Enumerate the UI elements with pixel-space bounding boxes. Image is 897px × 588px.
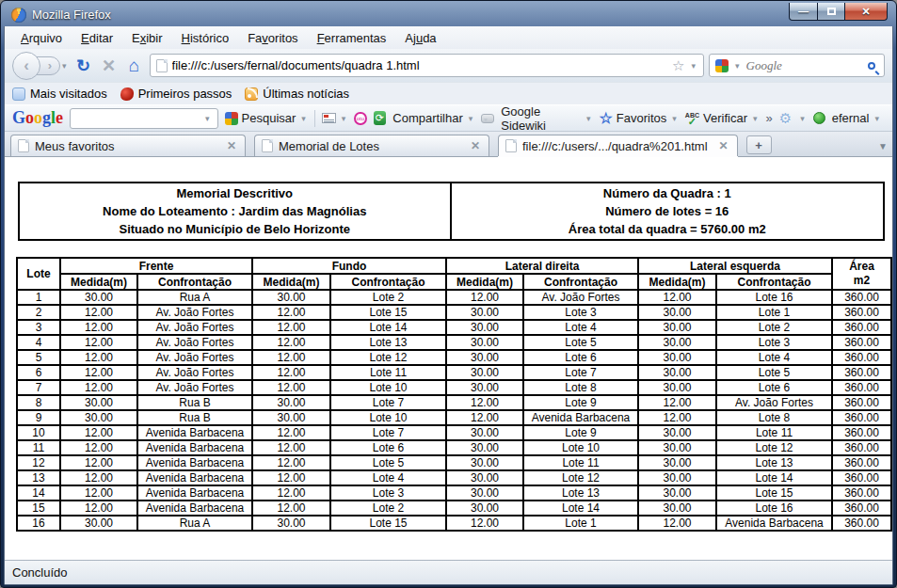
search-magnifier-icon[interactable] — [868, 62, 875, 70]
user-menu[interactable]: efernal ▾ — [832, 111, 881, 125]
history-dropdown-icon[interactable]: ▾ — [60, 61, 69, 71]
orkut-icon[interactable]: otu — [354, 112, 366, 125]
search-engine-dropdown-icon[interactable]: ▾ — [733, 61, 742, 71]
favoritos-star-icon: ☆ — [599, 109, 612, 127]
tab-close-icon[interactable]: ✕ — [225, 139, 238, 152]
table-cell: Lote 4 — [716, 350, 832, 365]
sync-icon[interactable]: ⟳ — [374, 111, 387, 125]
table-cell: 30.00 — [638, 440, 716, 455]
table-cell: 12.00 — [60, 425, 137, 440]
status-dot-icon[interactable] — [813, 112, 825, 124]
table-row: 130.00Rua A30.00Lote 212.00Av. João Fort… — [17, 290, 891, 305]
verificar-button[interactable]: ABC ✓ Verificar ▾ — [685, 111, 760, 125]
back-button[interactable]: ‹ — [12, 52, 40, 80]
memorial-header-table: Memorial Descritivo Nome do Loteamento :… — [18, 182, 885, 241]
search-bar[interactable]: ▾ — [709, 54, 885, 77]
sidewiki-bubble-icon[interactable] — [481, 114, 494, 123]
table-row: 1630.00Rua A30.00Lote 1512.00Lote 112.00… — [17, 516, 891, 531]
table-cell: Avenida Barbacena — [716, 516, 832, 531]
news-button[interactable]: ▾ — [322, 113, 348, 123]
search-input[interactable] — [746, 58, 863, 73]
menu-item[interactable]: Histórico — [173, 29, 238, 47]
table-cell: 30.00 — [638, 365, 716, 380]
menu-item[interactable]: Exibir — [123, 29, 171, 47]
verificar-dropdown-icon[interactable]: ▾ — [751, 114, 760, 123]
tab-meus-favoritos[interactable]: Meus favoritos ✕ — [10, 135, 246, 156]
gsearch-dropdown-icon[interactable]: ▾ — [203, 114, 212, 123]
table-cell: 360.00 — [832, 410, 891, 425]
table-cell: Avenida Barbacena — [523, 410, 638, 425]
compartilhar-button[interactable]: Compartilhar ▾ — [392, 111, 474, 125]
maximize-button[interactable] — [818, 3, 845, 21]
pesquisar-button[interactable]: Pesquisar ▾ — [225, 111, 308, 125]
menu-item[interactable]: Favoritos — [239, 29, 306, 47]
menu-item[interactable]: Ferramentas — [309, 29, 395, 47]
new-tab-button[interactable]: + — [746, 135, 772, 154]
table-cell: 4 — [17, 335, 60, 350]
tab-list-dropdown-icon[interactable]: ▼ — [878, 141, 888, 151]
table-cell: Lote 16 — [716, 290, 832, 305]
url-dropdown-icon[interactable]: ▾ — [689, 61, 697, 71]
url-text[interactable]: file:///c:/users/fernal/documents/quadra… — [172, 58, 420, 72]
tab-quadra1-active[interactable]: file:///c:/users/.../quadra%201.html ✕ — [498, 135, 738, 156]
table-cell: Rua B — [137, 395, 252, 410]
browser-window: Mozilla Firefox — ✕ ArquivoEditarExibirH… — [0, 0, 897, 588]
wrench-icon[interactable]: ⚙ — [779, 110, 792, 127]
close-button[interactable]: ✕ — [845, 3, 888, 21]
table-cell: 30.00 — [446, 350, 523, 365]
table-cell: Lote 2 — [330, 290, 446, 305]
table-cell: 30.00 — [252, 290, 330, 305]
settings-dropdown-icon[interactable]: ▾ — [798, 114, 807, 123]
table-row: 412.00Av. João Fortes12.00Lote 1330.00Lo… — [17, 335, 891, 350]
table-cell: 30.00 — [638, 320, 716, 335]
url-bar[interactable]: file:///c:/users/fernal/documents/quadra… — [150, 54, 704, 77]
table-cell: Lote 9 — [523, 395, 638, 410]
window-title: Mozilla Firefox — [32, 8, 111, 22]
tab-memorial-de-lotes[interactable]: Memorial de Lotes ✕ — [254, 135, 489, 156]
google-toolbar-search[interactable]: ▾ — [70, 108, 217, 129]
bookmark-item[interactable]: Primeiros passos — [120, 87, 232, 101]
user-dropdown-icon: ▾ — [873, 114, 881, 123]
menu-item[interactable]: Arquivo — [12, 29, 71, 47]
pesquisar-dropdown-icon[interactable]: ▾ — [299, 114, 308, 123]
tab-close-icon[interactable]: ✕ — [717, 139, 730, 152]
home-button[interactable]: ⌂ — [124, 56, 145, 76]
table-cell: 12.00 — [252, 365, 330, 380]
reload-button[interactable]: ↻ — [73, 56, 94, 76]
google-engine-icon[interactable] — [715, 59, 729, 72]
table-cell: Avenida Barbacena — [137, 440, 252, 455]
table-cell: 12.00 — [252, 440, 330, 455]
sidewiki-button[interactable]: Google Sidewiki ▾ — [501, 104, 592, 133]
table-cell: Lote 4 — [330, 470, 446, 485]
menu-item[interactable]: Ajuda — [396, 29, 444, 47]
table-cell: 12.00 — [252, 455, 330, 470]
bookmark-item[interactable]: Mais visitados — [12, 87, 107, 101]
table-row: 1112.00Avenida Barbacena12.00Lote 630.00… — [17, 440, 891, 455]
bookmark-item[interactable]: Últimas notícias — [245, 87, 349, 101]
table-cell: 12.00 — [446, 410, 523, 425]
table-cell: Lote 7 — [523, 365, 638, 380]
tab-close-icon[interactable]: ✕ — [469, 139, 482, 152]
favoritos-button[interactable]: ☆ Favoritos ▾ — [599, 109, 678, 127]
table-cell: 12.00 — [60, 320, 137, 335]
table-cell: 360.00 — [832, 365, 891, 380]
table-cell: 30.00 — [638, 350, 716, 365]
menu-item[interactable]: Editar — [72, 29, 121, 47]
news-dropdown-icon[interactable]: ▾ — [340, 114, 348, 123]
table-cell: Lote 14 — [330, 320, 446, 335]
table-cell: Av. João Fortes — [137, 350, 252, 365]
table-row: 612.00Av. João Fortes12.00Lote 1130.00Lo… — [17, 365, 891, 380]
bookmark-star-icon[interactable]: ☆ — [672, 57, 684, 74]
table-cell: 360.00 — [832, 380, 891, 395]
minimize-button[interactable]: — — [789, 3, 818, 21]
tab-label: Meus favoritos — [35, 139, 115, 153]
table-cell: 30.00 — [446, 501, 523, 516]
google-toolbar: Google ▾ Pesquisar ▾ ▾ otu ⟳ Compartilha… — [5, 104, 892, 131]
sidewiki-label: Google Sidewiki — [501, 104, 581, 133]
sidewiki-dropdown-icon[interactable]: ▾ — [585, 114, 593, 123]
table-row: 830.00Rua B30.00Lote 712.00Lote 912.00Av… — [17, 395, 891, 410]
toolbar-overflow-button[interactable]: » — [766, 111, 773, 125]
table-cell: 2 — [17, 305, 60, 320]
title-bar[interactable]: Mozilla Firefox — ✕ — [4, 1, 893, 26]
stop-button[interactable]: ✕ — [99, 56, 120, 76]
